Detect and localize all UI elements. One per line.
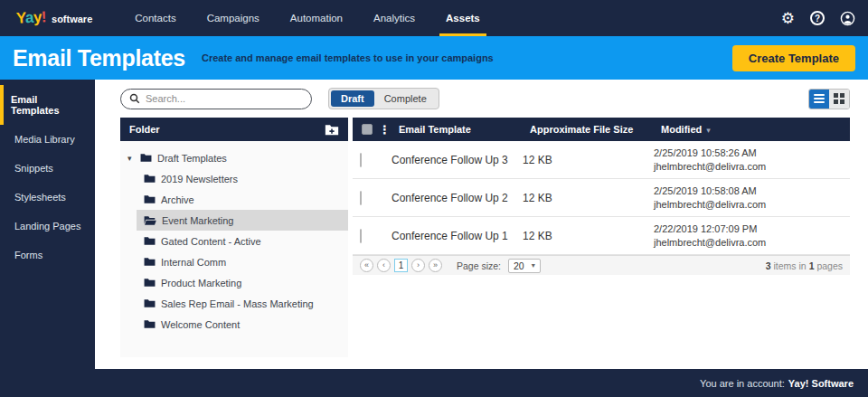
nav-item-campaigns[interactable]: Campaigns <box>192 0 275 36</box>
folder-open-icon <box>144 215 156 226</box>
tree-folder-label: Sales Rep Email - Mass Marketing <box>161 298 314 309</box>
nav-item-analytics[interactable]: Analytics <box>358 0 430 36</box>
search-input[interactable] <box>146 93 303 104</box>
top-nav: Yay! software Contacts Campaigns Automat… <box>0 0 868 36</box>
tree-folder-label: 2019 Newsletters <box>161 174 238 184</box>
nav-item-automation[interactable]: Automation <box>275 0 358 36</box>
table-row[interactable]: Conference Follow Up 1 12 KB 2/22/2019 1… <box>353 217 850 255</box>
tree-folder-label: Gated Content - Active <box>161 236 261 247</box>
cell-template-name: Conference Follow Up 2 <box>392 192 523 204</box>
search-box <box>120 89 312 109</box>
sidebar-item-landing-pages[interactable]: Landing Pages <box>0 212 95 241</box>
first-page-button[interactable]: « <box>360 259 373 272</box>
account-name: Yay! Software <box>788 378 854 389</box>
last-page-button[interactable]: » <box>429 259 442 272</box>
folder-icon <box>144 319 156 329</box>
select-all-checkbox[interactable] <box>362 124 373 135</box>
cell-template-name: Conference Follow Up 3 <box>392 154 523 166</box>
nav-item-contacts[interactable]: Contacts <box>119 0 191 36</box>
cell-file-size: 12 KB <box>523 192 654 204</box>
page-subtitle: Create and manage email templates to use… <box>202 52 494 63</box>
table-row[interactable]: Conference Follow Up 2 12 KB 2/25/2019 1… <box>353 179 850 217</box>
folder-icon <box>144 174 156 184</box>
cell-template-name: Conference Follow Up 1 <box>392 230 523 242</box>
current-page-button[interactable]: 1 <box>394 259 408 272</box>
folder-icon <box>144 257 156 267</box>
summary-text: items in <box>771 260 809 271</box>
cell-modified-date: 2/25/2019 10:58:26 AM <box>654 147 843 160</box>
templates-grid: ⋮ Email Template Approximate File Size M… <box>353 118 850 275</box>
nav-icons: ⚙ ? <box>781 11 855 26</box>
search-icon <box>129 93 140 104</box>
folder-icon <box>144 298 156 308</box>
sidebar-item-snippets[interactable]: Snippets <box>0 154 95 183</box>
pagination-summary: 3 items in 1 pages <box>766 260 843 271</box>
content-card: Folder ▾ Draft Templates 2019 Newsletter… <box>120 118 850 357</box>
tree-root-label: Draft Templates <box>157 153 227 164</box>
column-header-email-template[interactable]: Email Template <box>399 124 530 135</box>
sidebar-item-media-library[interactable]: Media Library <box>0 125 95 154</box>
cell-modified-by: jhelmbrecht@delivra.com <box>654 160 843 174</box>
folder-icon <box>144 236 156 246</box>
next-page-button[interactable]: › <box>411 259 425 272</box>
grid-view-icon[interactable] <box>829 90 849 109</box>
tree-folder-internal-comm[interactable]: Internal Comm <box>137 251 348 272</box>
folder-panel: Folder ▾ Draft Templates 2019 Newsletter… <box>120 118 348 357</box>
tree-folder-product-marketing[interactable]: Product Marketing <box>137 272 348 293</box>
list-view-icon[interactable] <box>809 90 829 109</box>
tree-folder-label: Internal Comm <box>161 257 226 268</box>
column-header-file-size[interactable]: Approximate File Size <box>530 124 661 135</box>
sidebar-item-email-templates[interactable]: Email Templates <box>0 85 95 125</box>
prev-page-button[interactable]: ‹ <box>377 259 391 272</box>
tree-folder-gated-content-active[interactable]: Gated Content - Active <box>137 231 348 251</box>
settings-gear-icon[interactable]: ⚙ <box>781 11 795 26</box>
filter-draft-button[interactable]: Draft <box>331 90 374 107</box>
grid-menu-kebab-icon[interactable]: ⋮ <box>379 124 391 136</box>
tree-folder-sales-rep-email[interactable]: Sales Rep Email - Mass Marketing <box>137 293 348 314</box>
cell-modified: 2/22/2019 12:07:09 PM jhelmbrecht@delivr… <box>654 222 843 250</box>
page-size-select[interactable]: 20▾ <box>508 259 541 273</box>
sort-desc-icon: ▾ <box>706 126 711 135</box>
cell-file-size: 12 KB <box>523 154 654 166</box>
folder-icon <box>140 153 152 163</box>
tree-root-draft-templates[interactable]: ▾ Draft Templates <box>120 147 348 168</box>
page-title: Email Templates <box>13 45 185 71</box>
status-filter-toggle: Draft Complete <box>328 88 439 109</box>
tree-folder-event-marketing[interactable]: Event Marketing <box>137 210 348 231</box>
tree-folder-label: Event Marketing <box>162 215 233 226</box>
logo[interactable]: Yay! software <box>16 9 92 27</box>
folder-tree: ▾ Draft Templates 2019 Newsletters Archi… <box>120 141 348 357</box>
column-header-modified[interactable]: Modified▾ <box>661 124 841 135</box>
account-avatar-icon[interactable] <box>840 11 855 26</box>
cell-modified-date: 2/22/2019 12:07:09 PM <box>654 222 843 236</box>
main-nav: Contacts Campaigns Automation Analytics … <box>119 0 495 36</box>
table-row[interactable]: Conference Follow Up 3 12 KB 2/25/2019 1… <box>353 141 850 179</box>
main-content: Draft Complete Folder ▾ <box>95 80 868 369</box>
tree-folder-welcome-content[interactable]: Welcome Content <box>137 314 348 335</box>
help-icon[interactable]: ? <box>810 11 825 25</box>
tree-folder-2019-newsletters[interactable]: 2019 Newsletters <box>137 168 348 189</box>
dropdown-caret-icon: ▾ <box>532 261 535 269</box>
nav-item-assets[interactable]: Assets <box>430 0 495 36</box>
folder-icon <box>144 278 156 288</box>
column-header-modified-label: Modified <box>661 124 702 135</box>
sidebar-item-forms[interactable]: Forms <box>0 241 95 269</box>
folder-icon <box>144 194 156 204</box>
sidebar-item-stylesheets[interactable]: Stylesheets <box>0 183 95 212</box>
create-template-button[interactable]: Create Template <box>732 45 855 71</box>
row-checkbox-cell <box>360 154 392 166</box>
filter-complete-button[interactable]: Complete <box>374 90 437 107</box>
tree-folder-label: Product Marketing <box>161 278 241 288</box>
sidebar: Email Templates Media Library Snippets S… <box>0 80 95 369</box>
toolbar: Draft Complete <box>120 88 850 109</box>
row-checkbox[interactable] <box>360 229 362 243</box>
grid-header: ⋮ Email Template Approximate File Size M… <box>353 118 850 141</box>
pagination-bar: « ‹ 1 › » Page size: 20▾ 3 items in 1 pa… <box>353 255 850 275</box>
cell-modified: 2/25/2019 10:58:08 AM jhelmbrecht@delivr… <box>654 184 843 212</box>
row-checkbox[interactable] <box>360 153 362 167</box>
tree-folder-label: Welcome Content <box>161 319 240 330</box>
row-checkbox[interactable] <box>360 191 362 205</box>
tree-folder-archive[interactable]: Archive <box>137 189 348 210</box>
tree-expand-caret-icon[interactable]: ▾ <box>127 154 135 163</box>
new-folder-icon[interactable] <box>325 124 339 136</box>
